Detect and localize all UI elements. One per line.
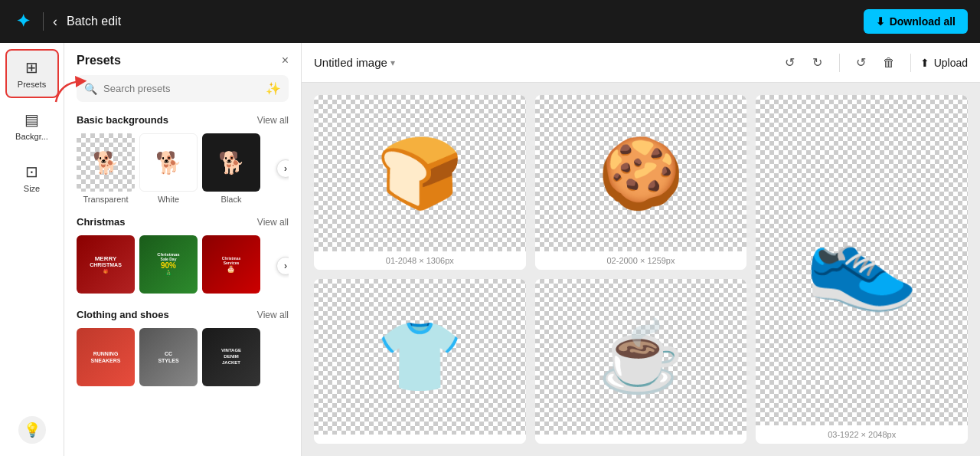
image-grid: 🍞 01-2048 × 1306px 🍪 02-2000 × 1259px 👟 … bbox=[302, 83, 980, 456]
delete-button[interactable]: 🗑 bbox=[877, 51, 901, 75]
sidebar-item-background[interactable]: ▤ Backgr... bbox=[5, 101, 59, 150]
image-caption-01: 01-2048 × 1306px bbox=[314, 251, 526, 270]
preset-thumb-white: 🐕 bbox=[139, 133, 198, 192]
preset-thumb-xmas1: MERRY CHRISTMAS 🎁 bbox=[77, 235, 135, 294]
preset-thumb-cl1: RUNNINGSNEAKERS bbox=[77, 328, 135, 386]
product-04: 👕 bbox=[377, 322, 462, 391]
upload-button[interactable]: ⬆ Upload bbox=[920, 57, 968, 69]
image-caption-04 bbox=[314, 435, 526, 444]
sidebar-item-label: Backgr... bbox=[15, 132, 48, 141]
sidebar-icons: ⊞ Presets ▤ Backgr... ⊡ Size 💡 bbox=[0, 43, 64, 456]
canvas-title-button[interactable]: Untitled image ▾ bbox=[314, 56, 395, 69]
preset-cl3[interactable]: VINTAGEDENIMJACKET bbox=[202, 328, 260, 389]
presets-panel: Presets × 🔍 ✨ Basic backgrounds View all… bbox=[64, 43, 302, 456]
refresh-icon: ↺ bbox=[856, 55, 866, 70]
image-card-02[interactable]: 🍪 02-2000 × 1259px bbox=[535, 95, 747, 270]
sidebar-item-label: Presets bbox=[18, 80, 46, 89]
preset-thumb-black: 🐕 bbox=[202, 133, 260, 192]
app-logo: ✦ bbox=[12, 11, 34, 32]
undo-icon: ↺ bbox=[785, 55, 795, 70]
product-01: 🍞 bbox=[377, 139, 462, 208]
basic-backgrounds-header: Basic backgrounds View all bbox=[77, 114, 289, 126]
image-card-03[interactable]: 👟 03-1922 × 2048px bbox=[756, 95, 968, 444]
clothing-title: Clothing and shoes bbox=[77, 309, 169, 320]
cl3-text: VINTAGEDENIMJACKET bbox=[218, 345, 244, 369]
delete-icon: 🗑 bbox=[883, 56, 895, 70]
image-thumb-01: 🍞 bbox=[314, 95, 526, 251]
toolbar-history-group: ↺ ↻ bbox=[778, 51, 830, 75]
download-icon: ⬇ bbox=[876, 15, 885, 28]
image-card-04[interactable]: 👕 bbox=[314, 279, 526, 445]
preset-thumb-cl3: VINTAGEDENIMJACKET bbox=[202, 328, 260, 386]
logo-symbol: ✦ bbox=[16, 11, 30, 31]
image-thumb-03: 👟 bbox=[756, 95, 968, 425]
clothing-header: Clothing and shoes View all bbox=[77, 309, 289, 320]
xmas1-text: MERRY CHRISTMAS 🎁 bbox=[87, 252, 125, 277]
header-divider bbox=[43, 12, 44, 31]
canvas-toolbar: Untitled image ▾ ↺ ↻ ↺ 🗑 bbox=[302, 43, 980, 83]
christmas-header: Christmas View all bbox=[77, 216, 289, 228]
image-thumb-05: ☕ bbox=[535, 279, 747, 435]
search-icon: 🔍 bbox=[84, 83, 97, 95]
preset-transparent[interactable]: 🐕 Transparent bbox=[77, 133, 135, 204]
image-card-05[interactable]: ☕ bbox=[535, 279, 747, 445]
product-05: ☕ bbox=[598, 322, 684, 391]
basic-scroll-next[interactable]: › bbox=[276, 159, 289, 178]
preset-thumb-xmas2: Christmas Sale Day 90% 🎄 bbox=[139, 235, 198, 294]
image-caption-03: 03-1922 × 2048px bbox=[756, 425, 968, 444]
presets-icon: ⊞ bbox=[25, 58, 38, 77]
preset-cl2[interactable]: CCSTYLES bbox=[139, 328, 198, 389]
dog-image-black: 🐕 bbox=[202, 133, 260, 192]
sidebar-item-presets[interactable]: ⊞ Presets bbox=[5, 49, 59, 98]
presets-panel-title: Presets bbox=[77, 54, 121, 67]
main-layout: ⊞ Presets ▤ Backgr... ⊡ Size 💡 bbox=[0, 43, 980, 456]
basic-backgrounds-title: Basic backgrounds bbox=[77, 114, 168, 126]
basic-view-all-button[interactable]: View all bbox=[257, 115, 289, 126]
basic-backgrounds-list: 🐕 Transparent 🐕 White 🐕 Black bbox=[77, 133, 289, 204]
undo-button[interactable]: ↺ bbox=[778, 51, 802, 75]
image-thumb-02: 🍪 bbox=[535, 95, 747, 251]
dog-image-white: 🐕 bbox=[140, 134, 197, 191]
refresh-button[interactable]: ↺ bbox=[849, 51, 874, 75]
clothing-view-all-button[interactable]: View all bbox=[257, 310, 289, 320]
image-caption-02: 02-2000 × 1259px bbox=[535, 251, 747, 270]
basic-backgrounds-section: Basic backgrounds View all 🐕 Transparent… bbox=[64, 114, 301, 216]
magic-wand-icon[interactable]: ✨ bbox=[266, 81, 281, 96]
header: ✦ ‹ Batch edit ⬇ Download all bbox=[0, 0, 980, 43]
image-thumb-04: 👕 bbox=[314, 279, 526, 435]
image-caption-05 bbox=[535, 435, 747, 444]
preset-xmas1[interactable]: MERRY CHRISTMAS 🎁 bbox=[77, 235, 135, 297]
back-button[interactable]: ‹ bbox=[53, 14, 57, 30]
search-bar: 🔍 ✨ bbox=[77, 75, 289, 102]
size-icon: ⊡ bbox=[25, 162, 38, 181]
page-title: Batch edit bbox=[67, 15, 121, 28]
christmas-list: MERRY CHRISTMAS 🎁 Christmas Sale Day 90% bbox=[77, 235, 289, 297]
product-03: 👟 bbox=[805, 215, 920, 307]
search-input[interactable] bbox=[103, 83, 260, 94]
preset-cl1[interactable]: RUNNINGSNEAKERS bbox=[77, 328, 135, 389]
sidebar-item-label: Size bbox=[24, 184, 40, 193]
background-icon: ▤ bbox=[24, 110, 39, 129]
preset-xmas2[interactable]: Christmas Sale Day 90% 🎄 bbox=[139, 235, 198, 297]
preset-xmas3[interactable]: Christmas Services 🎂 bbox=[202, 235, 260, 297]
christmas-title: Christmas bbox=[77, 216, 126, 228]
cl2-text: CCSTYLES bbox=[155, 347, 181, 367]
presets-close-button[interactable]: × bbox=[282, 54, 289, 67]
canvas-title-text: Untitled image bbox=[314, 56, 387, 69]
christmas-view-all-button[interactable]: View all bbox=[257, 217, 289, 228]
preset-thumb-xmas3: Christmas Services 🎂 bbox=[202, 235, 260, 294]
toolbar-divider bbox=[839, 54, 840, 72]
preset-white[interactable]: 🐕 White bbox=[139, 133, 198, 204]
sidebar-item-size[interactable]: ⊡ Size bbox=[5, 153, 59, 202]
xmas3-text: Christmas Services 🎂 bbox=[219, 253, 243, 276]
image-card-01[interactable]: 🍞 01-2048 × 1306px bbox=[314, 95, 526, 270]
preset-label-black: Black bbox=[221, 195, 242, 204]
preset-label-white: White bbox=[158, 195, 179, 204]
preset-black[interactable]: 🐕 Black bbox=[202, 133, 260, 204]
toolbar-action-group: ↺ 🗑 bbox=[849, 51, 901, 75]
clothing-section: Clothing and shoes View all RUNNINGSNEAK… bbox=[64, 309, 301, 402]
download-all-button[interactable]: ⬇ Download all bbox=[864, 9, 968, 34]
redo-button[interactable]: ↻ bbox=[805, 51, 830, 75]
christmas-scroll-next[interactable]: › bbox=[276, 257, 289, 275]
hint-button[interactable]: 💡 bbox=[18, 416, 46, 444]
